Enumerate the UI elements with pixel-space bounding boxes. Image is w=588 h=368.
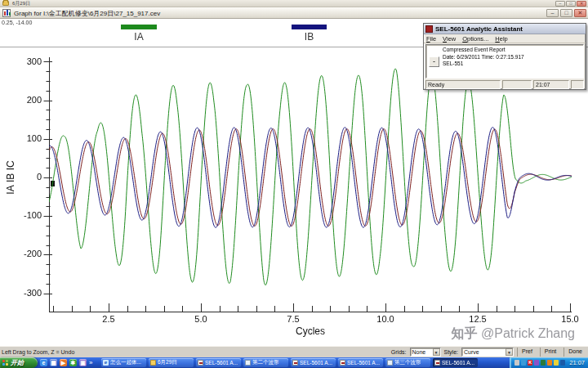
minimize-icon[interactable]: – [546, 9, 559, 17]
taskbar-button-0[interactable]: e怎么一起体... [101, 358, 146, 367]
background-window-titlebar[interactable]: 6月29日 – □ ✕ [0, 0, 588, 7]
taskbar-button-6[interactable]: 第三个波形 [385, 358, 430, 367]
collapse-button[interactable]: - [429, 56, 439, 67]
menu-options[interactable]: Options... [462, 35, 488, 43]
graph-window-title: Graph for I:\金工配机修变\6月29日\27_15_917.cev [14, 10, 160, 17]
taskbar-button-label: 怎么一起体... [110, 359, 141, 366]
legend-ia-swatch [121, 25, 157, 29]
cursor-position-readout: 0.25, -14.00 [2, 20, 32, 25]
taskbar-button-4[interactable]: SEL-5601 A... [291, 358, 336, 367]
quick-launch-expand-icon[interactable]: » [89, 358, 92, 367]
taskbar-clock: 21:07 [569, 359, 585, 366]
taskbar-button-label: SEL-5601 A... [442, 360, 474, 366]
sel-app-icon [425, 25, 433, 33]
legend-ib-swatch [292, 25, 327, 29]
show-desktop-icon[interactable]: ▦ [50, 359, 57, 366]
dialog-title: SEL-5601 Analytic Assistant [435, 25, 523, 33]
updater-tray-icon[interactable] [554, 360, 559, 366]
watermark: 知乎 @Patrick Zhang [452, 325, 575, 343]
report-line: Date: 6/29/2011 Time: 0:27:15.917 [443, 54, 524, 61]
taskbar-button-2[interactable]: SEL-5601 A... [196, 358, 241, 367]
start-button-label: 开始 [11, 358, 24, 367]
taskbar-button-label: SEL-5601 A... [347, 360, 380, 366]
graph-control-row: Left Drag to Zoom, Z = Undo Grids: None … [0, 346, 588, 357]
messenger-tray-icon[interactable] [534, 360, 539, 366]
menu-view[interactable]: View [443, 35, 456, 43]
taskbar-button-label: SEL-5601 A... [300, 360, 332, 366]
my-computer-icon[interactable]: ▣ [79, 359, 87, 366]
status-ready: Ready [425, 80, 501, 89]
legend-ib-label: IB [292, 31, 327, 43]
dialog-menubar: File View Options... Help [424, 34, 586, 43]
dialog-titlebar[interactable]: SEL-5601 Analytic Assistant [424, 24, 586, 34]
graph-window-titlebar[interactable]: Graph for I:\金工配机修变\6月29日\27_15_917.cev … [0, 7, 588, 19]
ie-icon: e [103, 360, 109, 366]
chevron-down-icon[interactable]: ▼ [506, 348, 513, 356]
menu-file[interactable]: File [426, 35, 436, 43]
taskbar-buttons: e怎么一起体...6月29日SEL-5601 A...第二个波形SEL-5601… [101, 358, 478, 367]
event-report-summary[interactable]: Compressed Event Report Date: 6/29/2011 … [443, 47, 524, 68]
taskbar-button-label: SEL-5601 A... [205, 360, 238, 366]
doc-icon [387, 360, 393, 366]
network-tray-icon[interactable] [560, 360, 565, 366]
taskbar: 开始 e▦▶✱▣» e怎么一起体...6月29日SEL-5601 A...第二个… [0, 357, 588, 368]
zoom-hint: Left Drag to Zoom, Z = Undo [2, 349, 74, 355]
graph-window-icon [2, 9, 11, 17]
background-window-controls: – □ ✕ [555, 1, 586, 7]
dialog-report-panel: - Compressed Event Report Date: 6/29/201… [425, 44, 584, 79]
dialog-statusbar: Ready 21:07 [424, 79, 586, 90]
start-button[interactable]: 开始 [0, 357, 38, 368]
sel-icon [434, 360, 440, 366]
report-line: Compressed Event Report [443, 47, 524, 54]
done-button[interactable]: Done [564, 348, 586, 357]
sel-icon [340, 360, 345, 366]
taskbar-button-label: 第三个波形 [394, 359, 421, 366]
taskbar-button-label: 6月29日 [158, 359, 177, 366]
language-input-tray-icon[interactable] [541, 360, 546, 366]
print-button[interactable]: Print [540, 348, 560, 357]
maximize-icon[interactable]: □ [560, 9, 572, 17]
system-tray: K21:07 [510, 357, 588, 368]
background-window-title: 6月29日 [12, 1, 30, 7]
status-cell [571, 80, 584, 89]
watermark-user: @Patrick Zhang [481, 326, 575, 340]
legend-ia-label: IA [121, 31, 157, 43]
style-dropdown[interactable]: Curve ▼ [461, 348, 514, 357]
folder-icon [150, 360, 156, 366]
sel-5601-dialog[interactable]: SEL-5601 Analytic Assistant File View Op… [423, 23, 586, 90]
grids-label: Grids: [391, 349, 407, 355]
graph-window-controls: – □ ✕ [546, 9, 586, 17]
report-line: SEL-551 [443, 61, 524, 68]
windows-media-player-icon[interactable]: ▶ [60, 359, 67, 366]
doc-icon [245, 360, 251, 366]
taskbar-button-1[interactable]: 6月29日 [149, 358, 194, 367]
watermark-brand: 知乎 [452, 326, 478, 340]
internet-explorer-icon[interactable]: e [40, 359, 47, 366]
close-icon[interactable]: ✕ [574, 9, 586, 17]
sel-icon [292, 360, 298, 366]
minimize-icon[interactable]: – [555, 1, 565, 7]
taskbar-button-3[interactable]: 第二个波形 [243, 358, 288, 367]
pref-button[interactable]: Pref [517, 348, 537, 357]
display-settings-tray-icon[interactable] [514, 360, 519, 366]
chevron-down-icon[interactable]: ▼ [433, 348, 440, 356]
grids-dropdown[interactable]: None ▼ [410, 348, 441, 357]
kaspersky-tray-icon[interactable]: K [528, 360, 532, 366]
folder-icon [2, 1, 9, 6]
windows-logo-icon [2, 360, 9, 366]
style-value: Curve [462, 348, 506, 356]
msn-messenger-icon[interactable]: ✱ [69, 359, 77, 366]
maximize-icon[interactable]: □ [566, 1, 576, 7]
security-tray-icon[interactable] [547, 360, 552, 366]
status-time: 21:07 [533, 80, 569, 89]
taskbar-button-label: 第二个波形 [252, 359, 279, 366]
taskbar-button-7[interactable]: SEL-5601 A... [433, 358, 478, 367]
sel-icon [198, 360, 203, 366]
menu-help[interactable]: Help [495, 35, 507, 43]
graph-controls: Grids: None ▼ Style: Curve ▼ Pref Print … [391, 348, 586, 357]
volume-tray-icon[interactable] [521, 360, 526, 366]
quick-launch-bar: e▦▶✱▣» [40, 358, 92, 367]
taskbar-button-5[interactable]: SEL-5601 A... [338, 358, 383, 367]
close-icon[interactable]: ✕ [577, 1, 586, 7]
status-cell [502, 80, 532, 89]
